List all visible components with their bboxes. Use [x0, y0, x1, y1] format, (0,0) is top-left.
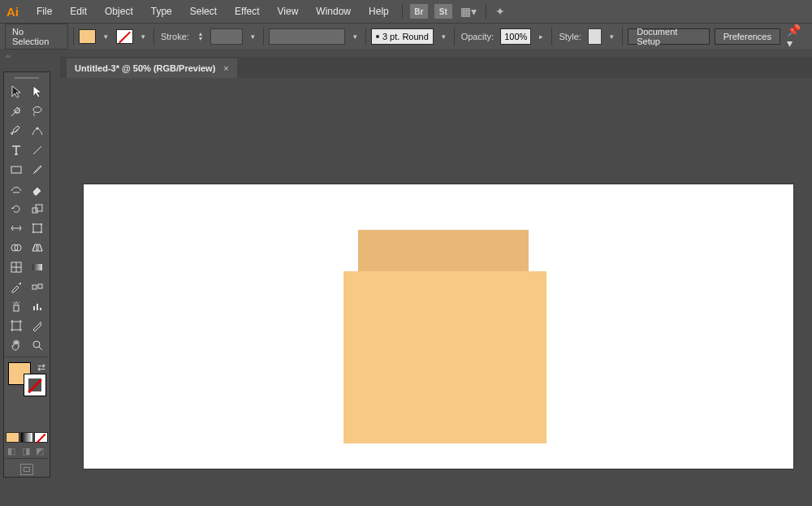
menu-type[interactable]: Type — [143, 2, 180, 20]
hand-tool[interactable] — [6, 335, 27, 355]
menu-effect[interactable]: Effect — [227, 2, 267, 20]
menu-edit[interactable]: Edit — [62, 2, 95, 20]
curvature-tool[interactable] — [27, 121, 48, 141]
width-tool[interactable] — [6, 218, 27, 238]
svg-rect-18 — [33, 306, 35, 310]
draw-behind-icon[interactable]: ◨ — [22, 446, 34, 456]
direct-selection-tool[interactable] — [27, 82, 48, 102]
gpu-icon[interactable]: ✦ — [495, 5, 505, 18]
pen-tool[interactable] — [6, 121, 27, 141]
blend-tool[interactable] — [27, 277, 48, 296]
stroke-color-box[interactable] — [24, 374, 46, 396]
style-swatch[interactable] — [588, 28, 602, 45]
svg-point-10 — [41, 231, 42, 233]
menu-select[interactable]: Select — [182, 2, 225, 20]
pin-icon[interactable]: 📌▾ — [785, 24, 807, 50]
stroke-weight-stepper[interactable]: ▴▾ — [196, 32, 205, 41]
artboard-tool[interactable] — [6, 316, 27, 335]
color-mode-none[interactable] — [34, 432, 48, 443]
scale-tool[interactable] — [27, 199, 48, 218]
svg-rect-19 — [37, 304, 38, 310]
rectangle-shape-front[interactable] — [343, 271, 546, 443]
gradient-tool[interactable] — [27, 257, 48, 277]
svg-rect-17 — [14, 305, 19, 311]
shaper-tool[interactable] — [6, 179, 27, 199]
stroke-dropdown[interactable]: ▾ — [138, 32, 149, 41]
svg-rect-6 — [33, 224, 41, 232]
selection-status: No Selection — [5, 24, 68, 50]
eyedropper-tool[interactable] — [6, 277, 27, 296]
menu-bar: Ai File Edit Object Type Select Effect V… — [0, 0, 812, 23]
draw-inside-icon[interactable]: ◩ — [36, 446, 48, 456]
brush-dropdown[interactable]: ▾ — [438, 32, 449, 41]
menu-help[interactable]: Help — [361, 2, 397, 20]
rectangle-shape-back[interactable] — [358, 230, 529, 271]
color-mode-gradient[interactable] — [20, 432, 34, 443]
preferences-button[interactable]: Preferences — [715, 28, 780, 45]
stroke-weight-field[interactable] — [210, 28, 243, 45]
svg-line-23 — [39, 347, 42, 350]
opacity-label: Opacity: — [460, 32, 495, 41]
brush-definition[interactable]: 3 pt. Round — [371, 28, 434, 45]
rectangle-tool[interactable] — [6, 160, 27, 179]
slice-tool[interactable] — [27, 316, 48, 335]
menu-file[interactable]: File — [28, 2, 60, 20]
panel-collapse-handle[interactable]: ‹‹ — [0, 50, 16, 62]
mesh-tool[interactable] — [6, 257, 27, 277]
stroke-weight-dropdown[interactable]: ▾ — [248, 32, 258, 41]
divider — [365, 28, 366, 45]
brush-label: 3 pt. Round — [382, 32, 429, 41]
menu-view[interactable]: View — [270, 2, 307, 20]
fill-dropdown[interactable]: ▾ — [101, 32, 111, 41]
column-graph-tool[interactable] — [27, 296, 48, 316]
opacity-field[interactable]: 100% — [500, 28, 531, 45]
eraser-tool[interactable] — [27, 179, 48, 199]
svg-rect-4 — [32, 208, 37, 213]
swap-fill-stroke-icon[interactable]: ⇄ — [37, 361, 45, 373]
app-logo: Ai — [6, 5, 19, 19]
menu-object[interactable]: Object — [97, 2, 141, 20]
fill-stroke-indicator[interactable]: ⇄ — [6, 361, 48, 396]
perspective-grid-tool[interactable] — [27, 238, 48, 257]
fill-swatch[interactable] — [79, 29, 96, 44]
document-setup-button[interactable]: Document Setup — [628, 28, 709, 45]
stock-icon[interactable]: St — [434, 4, 452, 19]
draw-mode-row: ◧ ◨ ◩ — [6, 446, 48, 456]
divider — [73, 28, 74, 45]
bridge-icon[interactable]: Br — [410, 4, 428, 19]
panel-grip[interactable] — [6, 74, 48, 82]
svg-rect-3 — [11, 167, 21, 173]
symbol-sprayer-tool[interactable] — [6, 296, 27, 316]
free-transform-tool[interactable] — [27, 218, 48, 238]
svg-point-0 — [33, 107, 41, 113]
zoom-tool[interactable] — [27, 335, 48, 355]
svg-line-2 — [33, 146, 41, 154]
color-mode-row — [6, 432, 48, 443]
svg-rect-21 — [12, 322, 20, 330]
line-segment-tool[interactable] — [27, 141, 48, 160]
rotate-tool[interactable] — [6, 199, 27, 218]
control-bar: No Selection ▾ ▾ Stroke: ▴▾ ▾ ▾ 3 pt. Ro… — [0, 23, 812, 49]
variable-width-profile[interactable] — [269, 28, 345, 45]
style-dropdown[interactable]: ▾ — [607, 32, 617, 41]
divider — [454, 28, 455, 45]
opacity-dropdown[interactable]: ▸ — [536, 32, 546, 41]
lasso-tool[interactable] — [27, 102, 48, 121]
canvas-area[interactable] — [60, 78, 812, 506]
artboard[interactable] — [83, 184, 794, 469]
arrange-docs-icon[interactable]: ▦▾ — [460, 5, 477, 18]
close-tab-icon[interactable]: × — [223, 63, 228, 73]
magic-wand-tool[interactable] — [6, 102, 27, 121]
stroke-swatch[interactable] — [116, 29, 133, 44]
screen-mode-button[interactable] — [6, 464, 48, 475]
svg-rect-16 — [38, 284, 42, 288]
selection-tool[interactable] — [6, 82, 27, 102]
shape-builder-tool[interactable] — [6, 238, 27, 257]
paintbrush-tool[interactable] — [27, 160, 48, 179]
draw-normal-icon[interactable]: ◧ — [7, 446, 19, 456]
type-tool[interactable] — [6, 141, 27, 160]
color-mode-solid[interactable] — [6, 432, 19, 443]
document-tab[interactable]: Untitled-3* @ 50% (RGB/Preview) × — [67, 58, 237, 78]
variable-width-dropdown[interactable]: ▾ — [350, 32, 361, 41]
menu-window[interactable]: Window — [308, 2, 359, 20]
